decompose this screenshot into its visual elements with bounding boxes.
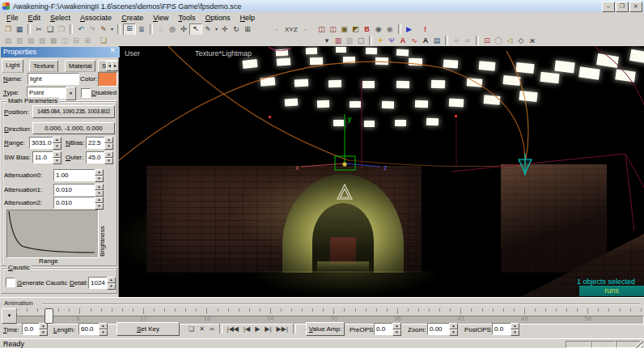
att0-spinner[interactable]: ▲▼: [95, 169, 104, 181]
att1-field[interactable]: 0.010: [53, 184, 95, 196]
actor-icon[interactable]: ж: [527, 36, 538, 46]
grid-snap-icon[interactable]: ⊞: [242, 24, 253, 35]
pen-tool-icon[interactable]: ✎: [202, 24, 214, 35]
diamond-icon[interactable]: ◇: [515, 36, 527, 46]
trigger-icon[interactable]: ⊡: [481, 36, 493, 46]
view-name-label[interactable]: User: [125, 49, 140, 57]
menu-select[interactable]: Select: [45, 13, 75, 23]
list-dropdown-icon[interactable]: ▾: [321, 36, 333, 46]
material-icon[interactable]: B: [362, 24, 373, 35]
render-icon[interactable]: ◉: [384, 24, 396, 35]
zoom-tool-icon[interactable]: ◎: [167, 24, 178, 35]
pen-dropdown-icon[interactable]: ▾: [214, 24, 219, 35]
tab-light[interactable]: Light: [2, 59, 23, 73]
menu-view[interactable]: View: [148, 13, 173, 23]
play-anim-icon[interactable]: ▶: [252, 324, 262, 334]
antenna-icon[interactable]: Ψ: [386, 36, 397, 46]
att0-field[interactable]: 1.00: [53, 169, 95, 181]
rotate-tool-icon[interactable]: ↻: [231, 24, 242, 35]
zoom-field[interactable]: 0.00: [427, 323, 451, 335]
tab-texture[interactable]: Texture: [29, 60, 58, 72]
script-editor-icon[interactable]: ≣: [136, 24, 147, 35]
close-button[interactable]: ✕: [629, 2, 642, 12]
panel-close-icon[interactable]: ✕: [109, 46, 116, 54]
region-select-icon[interactable]: ◌: [155, 24, 167, 35]
ui-editor-icon[interactable]: ⊞: [123, 23, 136, 36]
type-dropdown-icon[interactable]: ▼: [66, 87, 76, 100]
menu-edit[interactable]: Edit: [23, 13, 46, 23]
render-mode-label[interactable]: Texture*Lightmap: [195, 49, 252, 57]
go-end-icon[interactable]: ▶▶|: [274, 324, 290, 334]
direction-button[interactable]: 0.000, -1.000, 0.000: [32, 122, 115, 134]
postops-spinner[interactable]: ▲▼: [511, 323, 519, 335]
tab-material[interactable]: Material: [65, 60, 95, 72]
detail-spinner[interactable]: ▲▼: [107, 277, 116, 289]
menu-help[interactable]: Help: [235, 13, 261, 23]
swbias-spinner[interactable]: ▲▼: [53, 151, 61, 163]
swbias-field[interactable]: 11.0: [32, 151, 54, 163]
timeline-handle[interactable]: [44, 308, 53, 324]
maximize-button[interactable]: ❒: [616, 2, 629, 12]
step-back-icon[interactable]: |◀: [241, 324, 252, 334]
move-tool-icon[interactable]: ✛: [219, 24, 231, 35]
pan-tool-icon[interactable]: ✣: [178, 24, 189, 35]
zoom-spinner[interactable]: ▲▼: [449, 323, 458, 335]
runs-badge[interactable]: runs: [579, 286, 644, 296]
name-input[interactable]: light: [28, 73, 79, 85]
minimize-button[interactable]: –: [602, 2, 615, 12]
color-swatch[interactable]: [98, 72, 117, 87]
tab-scroll-right-icon[interactable]: ►: [112, 61, 119, 71]
att2-field[interactable]: 0.010: [53, 197, 95, 209]
time-spinner[interactable]: ▲▼: [39, 323, 48, 335]
step-forward-icon[interactable]: ▶|: [262, 324, 273, 334]
draw-icon[interactable]: ✎: [98, 24, 109, 35]
properties-title[interactable]: Properties: [1, 47, 120, 57]
preops-spinner[interactable]: ▲▼: [392, 323, 401, 335]
att1-spinner[interactable]: ▲▼: [95, 184, 104, 196]
copy-icon[interactable]: ❑: [44, 24, 56, 35]
menu-create[interactable]: Create: [117, 13, 148, 23]
draw-dropdown-icon[interactable]: ▾: [109, 24, 115, 35]
menu-options[interactable]: Options: [201, 13, 235, 23]
bbox2-icon[interactable]: ◫: [328, 24, 339, 35]
range-field[interactable]: 3031.0: [29, 137, 54, 149]
att2-spinner[interactable]: ▲▼: [95, 197, 104, 209]
undo-icon[interactable]: ↶: [75, 24, 87, 35]
axis-dot-right[interactable]: ·: [300, 24, 311, 35]
light-icon[interactable]: ✦: [375, 36, 386, 46]
menu-file[interactable]: File: [2, 13, 23, 23]
menu-tools[interactable]: Tools: [174, 13, 201, 23]
go-start-icon[interactable]: |◀◀: [225, 324, 241, 334]
bbox-icon[interactable]: ◫: [316, 24, 328, 35]
frame-icon[interactable]: ▢: [355, 36, 366, 46]
font-red-icon[interactable]: A: [397, 36, 409, 46]
key-new-icon[interactable]: ❏: [186, 324, 197, 334]
alert-icon[interactable]: !: [420, 24, 431, 35]
axis-dot-left[interactable]: ·: [271, 24, 282, 35]
stats-icon[interactable]: ▥: [333, 36, 344, 46]
cut-icon[interactable]: ✂: [33, 24, 44, 35]
key-delete-icon[interactable]: ✕: [197, 324, 207, 334]
select-tool-icon[interactable]: ↖: [189, 23, 202, 36]
nbias-spinner[interactable]: ▲▼: [104, 137, 113, 149]
title-bar[interactable]: Awakening-F:\AwakeningII 1.6\scenes\demo…: [0, 0, 644, 13]
open-icon[interactable]: ❐: [2, 24, 14, 35]
key-loop-icon[interactable]: ∞: [207, 324, 217, 334]
image-icon[interactable]: ▤: [431, 36, 443, 46]
axis-mode-dropdown[interactable]: XYZ: [282, 26, 300, 33]
set-key-button[interactable]: Set Key: [117, 322, 180, 336]
font-black-icon[interactable]: A: [420, 36, 431, 46]
position-button[interactable]: 1485.084, 1090.235, 1003.802: [32, 105, 115, 118]
menu-associate[interactable]: Associate: [75, 13, 117, 23]
package-icon[interactable]: ❏: [98, 36, 109, 46]
lock-icon[interactable]: ▣: [339, 24, 350, 35]
outer-spinner[interactable]: ▲▼: [104, 151, 113, 163]
timeline-ruler[interactable]: 61218243036424854: [0, 308, 644, 323]
save-icon[interactable]: ▦: [14, 24, 25, 35]
disabled-checkbox[interactable]: [81, 88, 91, 98]
length-spinner[interactable]: ▲▼: [99, 323, 108, 335]
range-spinner[interactable]: ▲▼: [53, 137, 61, 149]
length-field[interactable]: 60.0: [78, 323, 101, 335]
generate-caustic-checkbox[interactable]: [6, 278, 15, 287]
unlock-icon[interactable]: ◩: [350, 24, 362, 35]
